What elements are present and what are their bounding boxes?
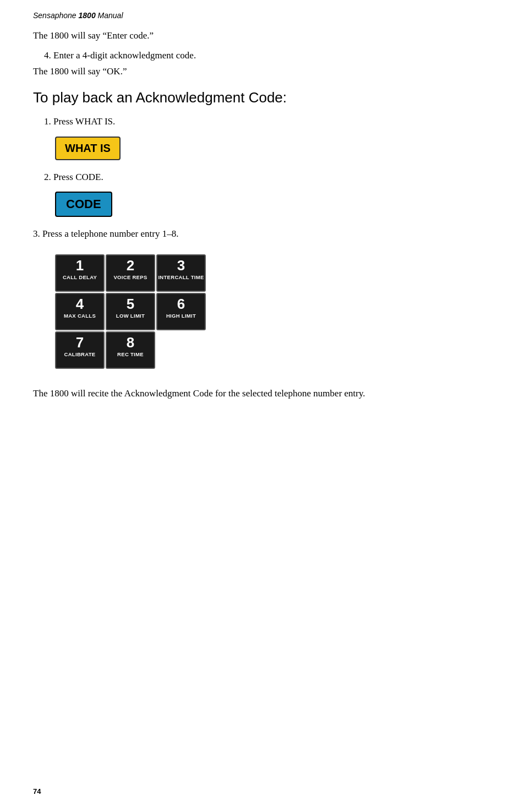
key-1-number: 1 [76,258,84,274]
body-line2: The 1800 will say “OK.” [33,64,492,79]
step-1-text: 1. Press WHAT IS. [44,115,492,129]
keypad-row-1: 1 CALL DELAY 2 VOICE REPS 3 INTERCALL TI… [55,254,206,292]
key-2[interactable]: 2 VOICE REPS [106,254,155,292]
key-1-label: CALL DELAY [63,274,97,280]
code-button[interactable]: CODE [55,192,112,217]
key-7-label: CALIBRATE [64,351,96,357]
header-suffix: Manual [96,11,123,20]
step-3-text: 3. Press a telephone number entry 1–8. [33,227,492,241]
keypad-row-3: 7 CALIBRATE 8 REC TIME [55,331,206,369]
closing-text: The 1800 will recite the Acknowledgment … [33,386,492,401]
key-5[interactable]: 5 LOW LIMIT [106,293,155,330]
key-5-number: 5 [127,296,134,312]
key-3[interactable]: 3 INTERCALL TIME [156,254,206,292]
key-7[interactable]: 7 CALIBRATE [55,331,105,369]
key-1[interactable]: 1 CALL DELAY [55,254,105,292]
key-8-number: 8 [127,335,134,351]
key-7-number: 7 [76,335,84,351]
key-4-label: MAX CALLS [64,313,96,319]
section-heading: To play back an Acknowledgment Code: [33,89,492,107]
key-5-label: LOW LIMIT [116,313,145,319]
key-8[interactable]: 8 REC TIME [106,331,155,369]
page-header: Sensaphone 1800 Manual [33,11,492,20]
what-is-button[interactable]: WHAT IS [55,137,121,160]
key-3-label: INTERCALL TIME [158,274,204,280]
key-6-label: HIGH LIMIT [166,313,196,319]
body-line1: The 1800 will say “Enter code.” [33,29,492,43]
key-4-number: 4 [76,296,84,312]
key-6[interactable]: 6 HIGH LIMIT [156,293,206,330]
key-2-number: 2 [127,258,134,274]
key-8-label: REC TIME [117,351,144,357]
key-4[interactable]: 4 MAX CALLS [55,293,105,330]
header-prefix: Sensaphone [33,11,79,20]
step-2-text: 2. Press CODE. [44,170,492,184]
key-3-number: 3 [177,258,185,274]
key-6-number: 6 [177,296,185,312]
page-number: 74 [33,787,41,795]
keypad: 1 CALL DELAY 2 VOICE REPS 3 INTERCALL TI… [55,254,206,370]
keypad-row-2: 4 MAX CALLS 5 LOW LIMIT 6 HIGH LIMIT [55,293,206,330]
key-2-label: VOICE REPS [113,274,147,280]
header-bold: 1800 [79,11,96,20]
step-4: 4. Enter a 4-digit acknowledgment code. [44,48,492,63]
